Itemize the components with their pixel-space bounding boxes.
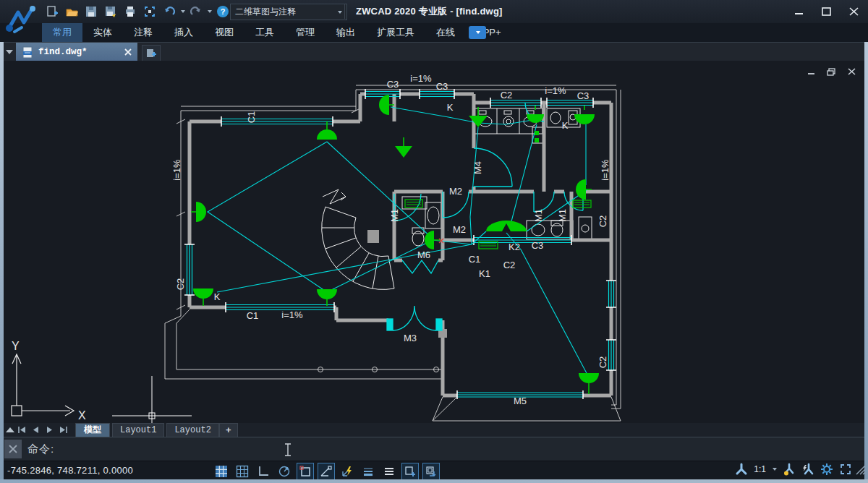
command-close-button[interactable] [4, 440, 22, 458]
next-layout-button[interactable] [43, 424, 56, 435]
layout-tab-2[interactable]: Layout1 [112, 423, 164, 437]
plan-label-C2: C2 [597, 215, 608, 228]
redo-dropdown-icon[interactable] [208, 10, 212, 13]
walls [190, 94, 611, 396]
object-snap-tracking-icon[interactable] [318, 463, 335, 480]
ribbon-tab-10[interactable]: 在线 [425, 23, 466, 42]
workspace-dropdown-icon [338, 11, 342, 14]
settings-gear-icon[interactable] [820, 463, 833, 476]
title-bar: ? 二维草图与注释 ZWCAD 2020 专业版 - [find.dwg] [0, 0, 868, 23]
plan-label-M1: M1 [557, 209, 568, 222]
layout-tab-3[interactable]: Layout2 [166, 423, 218, 437]
redo-button[interactable] [187, 3, 205, 20]
open-file-button[interactable] [63, 3, 80, 20]
plan-label-C3: C3 [532, 240, 544, 251]
annotation-visibility-bulb-icon[interactable] [783, 463, 796, 476]
save-button[interactable] [82, 3, 100, 20]
ribbon-tab-1[interactable]: 常用 [42, 23, 82, 42]
dynamic-input-icon[interactable] [339, 463, 356, 480]
drawing-canvas[interactable]: Y X C1C3i=1%C3C2i=1%C3KKM4M2M1M2M1M1M6K2… [4, 61, 864, 423]
ribbon-tab-6[interactable]: 工具 [244, 23, 285, 42]
first-layout-button[interactable] [16, 424, 28, 435]
plan-label-C3: C3 [387, 79, 399, 90]
layout-up-icon[interactable] [6, 427, 14, 432]
window-frame-left [0, 42, 4, 483]
stairs [322, 189, 394, 289]
dwg-file-icon [22, 46, 34, 59]
ribbon-tab-strip: 常用实体注释插入视图工具管理输出扩展工具在线APP+ [42, 23, 512, 42]
plan-label-C1: C1 [469, 254, 481, 265]
plan-label-i=1%: i=1% [600, 159, 610, 181]
plan-label-C3: C3 [577, 90, 590, 101]
ucs-icon [12, 354, 74, 416]
document-tab-bar: find.dwg* [0, 42, 868, 61]
quick-access-toolbar: ? [43, 3, 231, 20]
doc-restore-button[interactable] [825, 67, 837, 77]
document-list-dropdown-icon[interactable] [6, 50, 13, 54]
save-as-button[interactable] [102, 3, 119, 20]
object-snap-icon[interactable] [297, 463, 314, 480]
annotation-scale-value[interactable]: 1:1 [754, 464, 766, 474]
annotation-auto-add-icon[interactable] [801, 463, 814, 476]
doors [387, 103, 583, 330]
lineweight-icon[interactable] [359, 463, 377, 480]
plan-label-M1: M1 [389, 209, 400, 222]
doc-minimize-button[interactable] [805, 67, 817, 77]
window-frame-bottom [0, 479, 868, 483]
ribbon-tab-2[interactable]: 实体 [82, 23, 123, 42]
coordinates-display[interactable]: -745.2846, 748.7211, 0.0000 [7, 465, 133, 476]
ribbon-tab-8[interactable]: 输出 [326, 23, 366, 42]
ribbon-tab-row: 常用实体注释插入视图工具管理输出扩展工具在线APP+ [0, 23, 868, 43]
scale-dropdown-icon[interactable] [773, 468, 777, 471]
plan-label-i=1%: i=1% [410, 73, 432, 84]
print-button[interactable] [122, 3, 139, 20]
new-file-button[interactable] [43, 3, 61, 20]
grid-snap-icon[interactable] [234, 463, 251, 480]
plan-label-C2: C2 [501, 90, 513, 101]
plan-label-K: K [447, 102, 454, 113]
ribbon-tab-7[interactable]: 管理 [285, 23, 326, 42]
resize-grip[interactable] [855, 464, 867, 479]
ribbon-tab-9[interactable]: 扩展工具 [366, 23, 425, 42]
last-layout-button[interactable] [57, 424, 69, 435]
ribbon-options-button[interactable] [469, 26, 486, 39]
model-paper-toggle-icon[interactable] [380, 463, 398, 480]
annotation-scale-icon[interactable] [735, 463, 748, 476]
polar-tracking-icon[interactable] [276, 463, 293, 480]
maximize-button[interactable] [816, 4, 836, 19]
status-toggles [213, 463, 440, 480]
new-document-button[interactable] [142, 45, 161, 61]
workspace-selector[interactable]: 二维草图与注释 [230, 4, 347, 20]
prev-layout-button[interactable] [30, 424, 42, 435]
ribbon-tab-3[interactable]: 注释 [123, 23, 163, 42]
ribbon-tab-5[interactable]: 视图 [204, 23, 244, 42]
grid-display-icon[interactable] [213, 463, 230, 480]
workspace-value: 二维草图与注释 [235, 6, 296, 18]
plan-label-M6: M6 [417, 249, 430, 260]
close-button[interactable] [843, 4, 864, 19]
drawing-viewport[interactable]: Y X C1C3i=1%C3C2i=1%C3KKM4M2M1M2M1M1M6K2… [4, 61, 864, 423]
command-line[interactable]: 命令: [0, 437, 868, 461]
ribbon-tab-4[interactable]: 插入 [163, 23, 204, 42]
plan-label-C2: C2 [503, 260, 516, 270]
plan-label-M2: M2 [453, 224, 466, 235]
doc-close-button[interactable] [846, 67, 857, 77]
plan-label-K1: K1 [479, 268, 490, 279]
plan-label-M3: M3 [404, 333, 417, 343]
minimize-button[interactable] [788, 4, 809, 19]
ortho-mode-icon[interactable] [255, 463, 272, 480]
add-layout-button[interactable]: + [219, 423, 238, 437]
undo-button[interactable] [161, 3, 178, 20]
layout-tab-1[interactable]: 模型 [75, 423, 110, 437]
plot-preview-button[interactable] [141, 3, 158, 20]
annotation-visibility-icon[interactable] [401, 463, 419, 480]
undo-dropdown-icon[interactable] [181, 10, 185, 13]
help-button[interactable]: ? [214, 3, 231, 20]
crosshair-cursor [112, 376, 192, 423]
document-close-icon[interactable] [124, 48, 132, 56]
command-prompt: 命令: [27, 443, 54, 456]
plan-label-M5: M5 [514, 396, 527, 406]
annotation-autoscale-icon[interactable] [422, 463, 440, 480]
fullscreen-icon[interactable] [839, 463, 852, 476]
document-tab[interactable]: find.dwg* [16, 43, 137, 61]
